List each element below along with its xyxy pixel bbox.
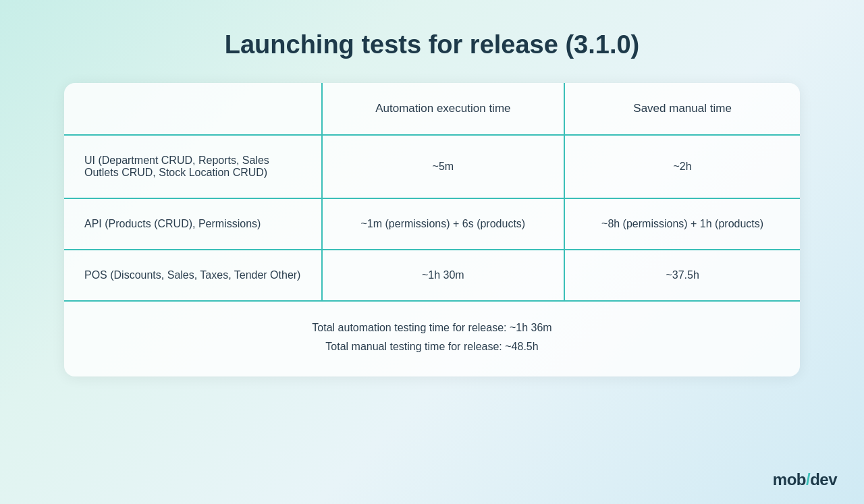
row-1-automation: ~5m	[322, 135, 565, 198]
col-label-header	[64, 83, 322, 135]
results-table: Automation execution time Saved manual t…	[64, 83, 800, 300]
page-title: Launching tests for release (3.1.0)	[225, 30, 640, 59]
row-3-manual: ~37.5h	[564, 250, 800, 300]
brand-text-after: dev	[810, 470, 837, 488]
table-row: POS (Discounts, Sales, Taxes, Tender Oth…	[64, 250, 800, 300]
table-footer: Total automation testing time for releas…	[64, 300, 800, 376]
brand-logo: mob/dev	[773, 470, 837, 489]
row-3-label: POS (Discounts, Sales, Taxes, Tender Oth…	[64, 250, 322, 300]
table-row: API (Products (CRUD), Permissions) ~1m (…	[64, 198, 800, 250]
total-automation-text: Total automation testing time for releas…	[84, 322, 780, 334]
row-2-automation: ~1m (permissions) + 6s (products)	[322, 198, 565, 250]
table-row: UI (Department CRUD, Reports, Sales Outl…	[64, 135, 800, 198]
total-manual-text: Total manual testing time for release: ~…	[84, 341, 780, 353]
brand-text-before: mob	[773, 470, 806, 488]
table-header-row: Automation execution time Saved manual t…	[64, 83, 800, 135]
col-manual-header: Saved manual time	[564, 83, 800, 135]
row-2-label: API (Products (CRUD), Permissions)	[64, 198, 322, 250]
col-automation-header: Automation execution time	[322, 83, 565, 135]
row-1-manual: ~2h	[564, 135, 800, 198]
row-1-label: UI (Department CRUD, Reports, Sales Outl…	[64, 135, 322, 198]
row-2-manual: ~8h (permissions) + 1h (products)	[564, 198, 800, 250]
row-3-automation: ~1h 30m	[322, 250, 565, 300]
main-table-card: Automation execution time Saved manual t…	[64, 83, 800, 376]
